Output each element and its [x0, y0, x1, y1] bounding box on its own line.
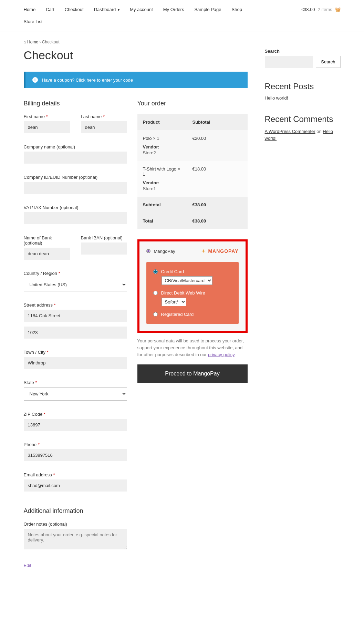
breadcrumb-home[interactable]: Home	[27, 40, 38, 44]
search-button[interactable]: Search	[316, 56, 340, 68]
registered-card-radio[interactable]	[153, 312, 158, 317]
nav-my-account[interactable]: My account	[130, 7, 153, 12]
nav-shop[interactable]: Shop	[232, 7, 242, 12]
bank-iban-label: Bank IBAN (optional)	[81, 235, 127, 240]
breadcrumb-current: Checkout	[42, 40, 60, 44]
vat-field[interactable]	[24, 212, 127, 224]
cart-items-count: 2 items	[318, 7, 332, 12]
total-value: €38.00	[187, 213, 248, 229]
table-row: T-Shirt with Logo × 1 Vendor: Store1 €18…	[137, 161, 248, 197]
cart-summary[interactable]: €38.00 2 items 🧺	[301, 0, 341, 19]
search-input[interactable]	[265, 56, 313, 68]
phone-field[interactable]	[24, 449, 127, 461]
primary-nav: Home Cart Checkout Dashboard My account …	[24, 0, 242, 19]
vendor-name: Store1	[143, 186, 181, 191]
total-label: Total	[137, 213, 187, 229]
search-label: Search	[265, 49, 341, 54]
order-table: Product Subtotal Polo × 1 Vendor: Store	[137, 114, 248, 229]
nav-store-list[interactable]: Store List	[24, 19, 43, 24]
last-name-label: Last name *	[81, 114, 127, 119]
payment-options-panel: Credit Card CB/Visa/Mastercard Direct De…	[146, 262, 239, 324]
bank-name-label: Name of Bank (optional)	[24, 235, 70, 246]
nav-sample-page[interactable]: Sample Page	[194, 7, 221, 12]
last-name-field[interactable]	[81, 121, 127, 133]
state-select[interactable]: New York	[24, 387, 127, 401]
recent-post-link[interactable]: Hello world!	[265, 95, 288, 101]
home-icon: ⌂	[24, 40, 26, 44]
direct-debit-radio[interactable]	[153, 291, 158, 295]
page-title: Checkout	[24, 49, 248, 62]
nav-home[interactable]: Home	[24, 7, 36, 12]
company-id-label: Company ID/EUID Number (optional)	[24, 175, 127, 180]
vat-label: VAT/TAX Number (optional)	[24, 205, 127, 210]
vendor-label: Vendor:	[143, 144, 181, 149]
payment-method-name: MangoPay	[154, 249, 175, 254]
edit-link[interactable]: Edit	[24, 563, 31, 568]
privacy-text: Your personal data will be used to proce…	[137, 338, 248, 358]
subtotal-th: Subtotal	[187, 114, 248, 130]
order-heading: Your order	[137, 100, 248, 107]
commenter-link[interactable]: A WordPress Commenter	[265, 129, 315, 134]
product-name: T-Shirt with Logo	[143, 166, 177, 172]
credit-card-type-select[interactable]: CB/Visa/Mastercard	[162, 276, 212, 285]
vendor-label: Vendor:	[143, 180, 181, 185]
email-label: Email address *	[24, 472, 127, 477]
product-name: Polo	[143, 136, 152, 141]
proceed-button[interactable]: Proceed to MangoPay	[137, 364, 248, 383]
nav-my-orders[interactable]: My Orders	[163, 7, 184, 12]
credit-card-radio[interactable]	[153, 269, 158, 274]
recent-comments-heading: Recent Comments	[265, 114, 341, 124]
product-subtotal: €18.00	[187, 161, 248, 197]
info-icon: i	[32, 77, 38, 83]
product-th: Product	[137, 114, 187, 130]
breadcrumb-separator: ›	[39, 40, 42, 44]
first-name-field[interactable]	[24, 121, 70, 133]
nav-cart[interactable]: Cart	[46, 7, 54, 12]
privacy-policy-link[interactable]: privacy policy	[208, 352, 235, 357]
first-name-label: First name *	[24, 114, 70, 119]
recent-posts-heading: Recent Posts	[265, 82, 341, 91]
product-subtotal: €20.00	[187, 130, 248, 161]
direct-debit-type-select[interactable]: Sofort*	[162, 298, 186, 306]
mangopay-logo: MANGOPAY	[201, 248, 238, 254]
state-label: State *	[24, 380, 127, 385]
phone-label: Phone *	[24, 442, 127, 447]
country-select[interactable]: United States (US)	[24, 278, 127, 291]
coupon-text: Have a coupon?	[42, 78, 75, 83]
recent-comment-item: A WordPress Commenter on Hello world!	[265, 128, 341, 142]
product-qty: × 1	[153, 136, 159, 141]
order-notes-field[interactable]	[24, 529, 127, 549]
billing-heading: Billing details	[24, 100, 127, 107]
subtotal-label: Subtotal	[137, 197, 187, 213]
zip-field[interactable]	[24, 419, 127, 431]
street-address-1-field[interactable]	[24, 310, 127, 322]
payment-method-box: MangoPay MANGOPAY Credit Card CB/Visa/Ma…	[137, 239, 248, 333]
subtotal-value: €38.00	[187, 197, 248, 213]
coupon-link[interactable]: Click here to enter your code	[76, 78, 133, 83]
direct-debit-option[interactable]: Direct Debit Web Wire	[153, 290, 232, 296]
vendor-name: Store2	[143, 150, 181, 155]
company-label: Company name (optional)	[24, 144, 127, 149]
company-field[interactable]	[24, 152, 127, 164]
additional-heading: Additional information	[24, 507, 127, 515]
bank-iban-field[interactable]	[81, 242, 127, 255]
nav-dashboard[interactable]: Dashboard	[94, 7, 120, 12]
breadcrumb: ⌂ Home › Checkout	[24, 31, 341, 49]
town-field[interactable]	[24, 357, 127, 369]
email-field[interactable]	[24, 479, 127, 492]
credit-card-option[interactable]: Credit Card	[153, 269, 232, 274]
zip-label: ZIP Code *	[24, 412, 127, 417]
country-label: Country / Region *	[24, 271, 127, 276]
order-notes-label: Order notes (optional)	[24, 521, 127, 527]
bank-name-field[interactable]	[24, 248, 70, 260]
street-address-2-field[interactable]	[24, 327, 127, 339]
street-label: Street address *	[24, 302, 127, 308]
cart-total: €38.00	[301, 7, 315, 12]
payment-method-radio[interactable]	[146, 249, 150, 253]
company-id-field[interactable]	[24, 182, 127, 194]
town-label: Town / City *	[24, 350, 127, 355]
nav-checkout[interactable]: Checkout	[65, 7, 84, 12]
table-row: Polo × 1 Vendor: Store2 €20.00	[137, 130, 248, 161]
basket-icon: 🧺	[335, 7, 341, 12]
registered-card-option[interactable]: Registered Card	[153, 312, 232, 317]
